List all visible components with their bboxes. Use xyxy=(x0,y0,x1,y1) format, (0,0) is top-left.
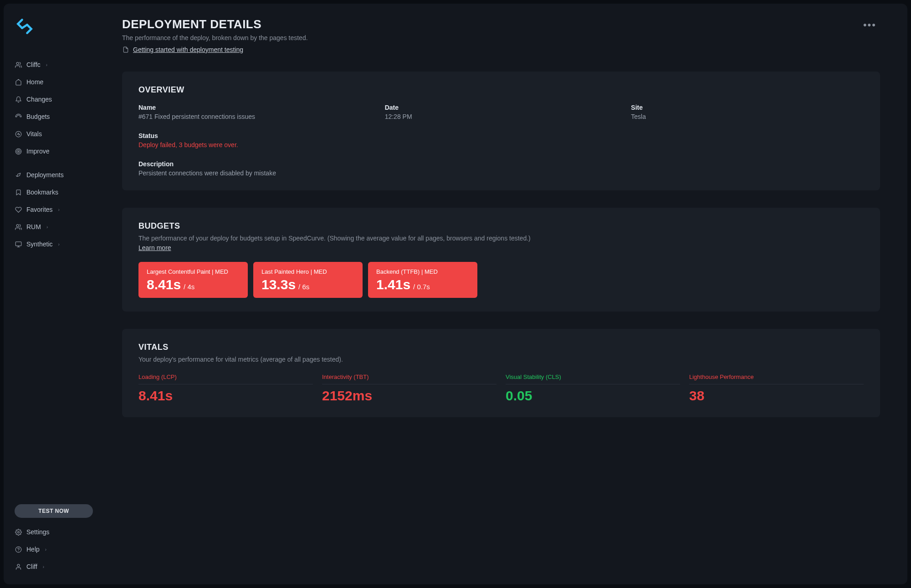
chevron-right-icon: › xyxy=(46,62,47,67)
users-icon xyxy=(15,223,22,230)
test-now-button[interactable]: TEST NOW xyxy=(15,504,93,518)
svg-rect-6 xyxy=(15,241,21,245)
budget-value: 1.41s xyxy=(376,277,410,292)
sidebar-item-label: Help xyxy=(26,546,40,553)
svg-point-9 xyxy=(17,531,19,533)
sidebar-item-label: Favorites xyxy=(26,206,53,213)
overview-card: OVERVIEW Name #671 Fixed persistent conn… xyxy=(122,72,880,190)
sidebar-item-cliffc[interactable]: Cliffc› xyxy=(4,56,104,73)
budgets-desc: The performance of your deploy for budge… xyxy=(138,234,864,253)
budget-label: Backend (TTFB) | MED xyxy=(376,268,469,275)
nav-main: Cliffc›HomeChangesBudgetsVitalsImproveDe… xyxy=(4,56,104,499)
vital-value: 8.41s xyxy=(138,388,313,404)
vital-item: Visual Stability (CLS)0.05 xyxy=(506,373,680,404)
monitor-icon xyxy=(15,240,22,248)
gauge-icon xyxy=(15,113,22,120)
budget-threshold: / 6s xyxy=(298,283,309,291)
overview-desc-label: Description xyxy=(138,160,864,168)
overview-site-label: Site xyxy=(631,104,864,111)
chevron-right-icon: › xyxy=(58,207,60,212)
vital-item: Loading (LCP)8.41s xyxy=(138,373,313,404)
svg-point-12 xyxy=(17,564,20,566)
gear-icon xyxy=(15,528,22,536)
bell-icon xyxy=(15,96,22,103)
svg-point-3 xyxy=(16,149,20,153)
budget-threshold: / 4s xyxy=(184,283,194,291)
heart-icon xyxy=(15,206,22,213)
overview-status-label: Status xyxy=(138,132,864,139)
vital-value: 38 xyxy=(689,388,864,404)
overview-name-label: Name xyxy=(138,104,371,111)
main-content: DEPLOYMENT DETAILS The performance of th… xyxy=(104,4,907,584)
sidebar-item-synthetic[interactable]: Synthetic› xyxy=(4,235,104,253)
sidebar-item-help[interactable]: Help› xyxy=(4,541,104,558)
budget-threshold: / 0.7s xyxy=(413,283,430,291)
chevron-right-icon: › xyxy=(45,547,46,552)
more-button[interactable]: ••• xyxy=(860,17,880,33)
vital-label: Lighthouse Performance xyxy=(689,373,864,384)
logo xyxy=(4,16,104,56)
vitals-desc: Your deploy's performance for vital metr… xyxy=(138,355,864,364)
budgets-learn-more-link[interactable]: Learn more xyxy=(138,244,171,251)
sidebar-item-home[interactable]: Home xyxy=(4,73,104,91)
vital-label: Interactivity (TBT) xyxy=(322,373,496,384)
budget-tile[interactable]: Last Painted Hero | MED13.3s/ 6s xyxy=(253,262,363,298)
svg-point-5 xyxy=(16,224,19,226)
sidebar-item-rum[interactable]: RUM› xyxy=(4,218,104,235)
budget-label: Last Painted Hero | MED xyxy=(261,268,354,275)
sidebar-item-label: RUM xyxy=(26,223,41,230)
overview-name-value: #671 Fixed persistent connections issues xyxy=(138,113,371,120)
budget-value: 8.41s xyxy=(147,277,181,292)
getting-started-link[interactable]: Getting started with deployment testing xyxy=(122,46,243,53)
sidebar-item-label: Cliff xyxy=(26,563,37,570)
overview-title: OVERVIEW xyxy=(138,85,864,95)
logo-icon xyxy=(15,16,35,36)
target-icon xyxy=(15,148,22,155)
budget-label: Largest Contentful Paint | MED xyxy=(147,268,240,275)
sidebar-item-label: Budgets xyxy=(26,113,50,120)
rocket-icon xyxy=(15,171,22,179)
budgets-title: BUDGETS xyxy=(138,221,864,231)
vital-label: Loading (LCP) xyxy=(138,373,313,384)
budgets-card: BUDGETS The performance of your deploy f… xyxy=(122,208,880,312)
bookmark-icon xyxy=(15,189,22,196)
pulse-icon xyxy=(15,130,22,138)
sidebar-item-label: Deployments xyxy=(26,171,64,179)
overview-status-value: Deploy failed, 3 budgets were over. xyxy=(138,141,864,148)
overview-desc-value: Persistent connections were disabled by … xyxy=(138,169,864,177)
sidebar-item-label: Bookmarks xyxy=(26,189,58,196)
vital-label: Visual Stability (CLS) xyxy=(506,373,680,384)
sidebar-item-label: Cliffc xyxy=(26,61,41,68)
sidebar: Cliffc›HomeChangesBudgetsVitalsImproveDe… xyxy=(4,4,104,584)
budget-tile[interactable]: Largest Contentful Paint | MED8.41s/ 4s xyxy=(138,262,248,298)
sidebar-item-label: Vitals xyxy=(26,130,42,138)
nav-bottom: SettingsHelp›Cliff› xyxy=(4,523,104,575)
sidebar-item-budgets[interactable]: Budgets xyxy=(4,108,104,125)
sidebar-item-cliff[interactable]: Cliff› xyxy=(4,558,104,575)
vitals-title: VITALS xyxy=(138,343,864,352)
vital-value: 2152ms xyxy=(322,388,496,404)
chevron-right-icon: › xyxy=(58,242,60,247)
question-icon xyxy=(15,546,22,553)
page-title: DEPLOYMENT DETAILS xyxy=(122,17,308,31)
sidebar-item-deployments[interactable]: Deployments xyxy=(4,166,104,184)
user-icon xyxy=(15,563,22,570)
document-icon xyxy=(122,46,129,53)
overview-site-value: Tesla xyxy=(631,113,864,120)
sidebar-item-improve[interactable]: Improve xyxy=(4,143,104,160)
sidebar-item-vitals[interactable]: Vitals xyxy=(4,125,104,143)
sidebar-item-settings[interactable]: Settings xyxy=(4,523,104,541)
vital-item: Interactivity (TBT)2152ms xyxy=(322,373,496,404)
sidebar-item-changes[interactable]: Changes xyxy=(4,91,104,108)
page-subtitle: The performance of the deploy, broken do… xyxy=(122,34,308,41)
vitals-grid: Loading (LCP)8.41sInteractivity (TBT)215… xyxy=(138,373,864,404)
vital-value: 0.05 xyxy=(506,388,680,404)
getting-started-label: Getting started with deployment testing xyxy=(133,46,243,53)
sidebar-item-label: Changes xyxy=(26,96,52,103)
chevron-right-icon: › xyxy=(46,225,48,230)
chevron-right-icon: › xyxy=(43,564,44,569)
sidebar-item-label: Synthetic xyxy=(26,240,53,248)
sidebar-item-bookmarks[interactable]: Bookmarks xyxy=(4,184,104,201)
sidebar-item-favorites[interactable]: Favorites› xyxy=(4,201,104,218)
budget-tile[interactable]: Backend (TTFB) | MED1.41s/ 0.7s xyxy=(368,262,477,298)
